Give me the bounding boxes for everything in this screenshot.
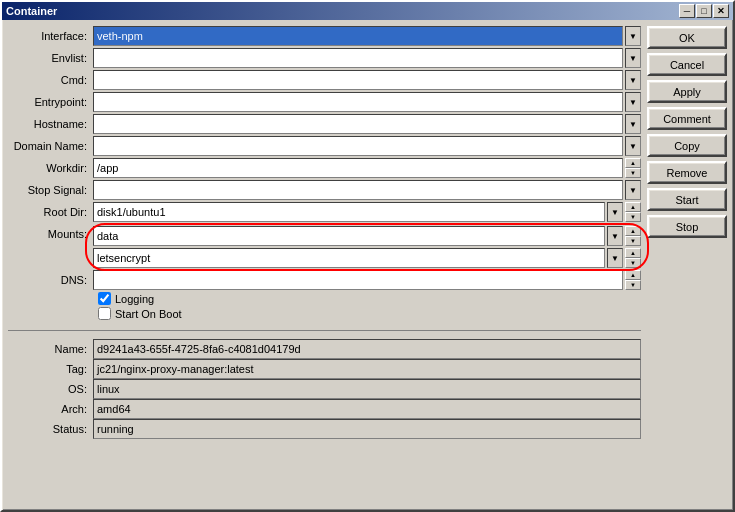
interface-row: Interface: ▼: [8, 26, 641, 46]
tag-row: Tag: jc21/nginx-proxy-manager:latest: [8, 359, 641, 379]
stopsignal-input[interactable]: [93, 180, 623, 200]
domainname-dropdown-btn[interactable]: ▼: [625, 136, 641, 156]
minimize-button[interactable]: ─: [679, 4, 695, 18]
entrypoint-row: Entrypoint: ▼: [8, 92, 641, 112]
startonboot-label: Start On Boot: [115, 308, 182, 320]
dns-label: DNS:: [8, 274, 93, 286]
entrypoint-label: Entrypoint:: [8, 96, 93, 108]
tag-label: Tag:: [8, 363, 93, 375]
mount1-dropdown-btn[interactable]: ▼: [607, 226, 623, 246]
title-bar: Container ─ □ ✕: [2, 2, 733, 20]
hostname-label: Hostname:: [8, 118, 93, 130]
ok-button[interactable]: OK: [647, 26, 727, 49]
mount2-input[interactable]: [93, 248, 605, 268]
container-window: Container ─ □ ✕ Interface: ▼ Envlist: ▼: [0, 0, 735, 512]
dns-up-btn[interactable]: ▲: [625, 270, 641, 280]
mount1-spin: ▲ ▼: [625, 226, 641, 246]
workdir-spin: ▲ ▼: [625, 158, 641, 178]
mount2-down-btn[interactable]: ▼: [625, 258, 641, 268]
rootdir-input[interactable]: [93, 202, 605, 222]
cmd-dropdown-btn[interactable]: ▼: [625, 70, 641, 90]
buttons-area: OK Cancel Apply Comment Copy Remove Star…: [647, 26, 727, 504]
cmd-row: Cmd: ▼: [8, 70, 641, 90]
mounts-area: ▼ ▲ ▼ ▼ ▲ ▼: [93, 226, 641, 268]
startonboot-row: Start On Boot: [98, 307, 641, 320]
apply-button[interactable]: Apply: [647, 80, 727, 103]
rootdir-down-btn[interactable]: ▼: [625, 212, 641, 222]
maximize-button[interactable]: □: [696, 4, 712, 18]
start-button[interactable]: Start: [647, 188, 727, 211]
hostname-input[interactable]: [93, 114, 623, 134]
envlist-input-wrap: ▼: [93, 48, 641, 68]
workdir-up-btn[interactable]: ▲: [625, 158, 641, 168]
rootdir-dropdown-btn[interactable]: ▼: [607, 202, 623, 222]
stopsignal-label: Stop Signal:: [8, 184, 93, 196]
close-button[interactable]: ✕: [713, 4, 729, 18]
workdir-label: Workdir:: [8, 162, 93, 174]
mounts-label: Mounts:: [8, 226, 93, 240]
interface-dropdown-btn[interactable]: ▼: [625, 26, 641, 46]
stopsignal-row: Stop Signal: ▼: [8, 180, 641, 200]
rootdir-row: Root Dir: ▼ ▲ ▼: [8, 202, 641, 222]
cancel-button[interactable]: Cancel: [647, 53, 727, 76]
name-label: Name:: [8, 343, 93, 355]
envlist-dropdown-btn[interactable]: ▼: [625, 48, 641, 68]
stop-button[interactable]: Stop: [647, 215, 727, 238]
mount2-up-btn[interactable]: ▲: [625, 248, 641, 258]
rootdir-up-btn[interactable]: ▲: [625, 202, 641, 212]
form-area: Interface: ▼ Envlist: ▼ Cmd: ▼: [8, 26, 641, 504]
dns-input-wrap: ▲ ▼: [93, 270, 641, 290]
status-label: Status:: [8, 423, 93, 435]
interface-input-wrap: ▼: [93, 26, 641, 46]
startonboot-checkbox[interactable]: [98, 307, 111, 320]
stopsignal-dropdown-btn[interactable]: ▼: [625, 180, 641, 200]
status-value: running: [93, 419, 641, 439]
entrypoint-input[interactable]: [93, 92, 623, 112]
window-title: Container: [6, 5, 57, 17]
arch-value: amd64: [93, 399, 641, 419]
rootdir-spin: ▲ ▼: [625, 202, 641, 222]
os-row: OS: linux: [8, 379, 641, 399]
interface-label: Interface:: [8, 30, 93, 42]
workdir-input[interactable]: [93, 158, 623, 178]
mount2-dropdown-btn[interactable]: ▼: [607, 248, 623, 268]
os-value: linux: [93, 379, 641, 399]
entrypoint-input-wrap: ▼: [93, 92, 641, 112]
hostname-input-wrap: ▼: [93, 114, 641, 134]
mount1-up-btn[interactable]: ▲: [625, 226, 641, 236]
envlist-label: Envlist:: [8, 52, 93, 64]
logging-checkbox[interactable]: [98, 292, 111, 305]
comment-button[interactable]: Comment: [647, 107, 727, 130]
workdir-row: Workdir: ▲ ▼: [8, 158, 641, 178]
dns-spin: ▲ ▼: [625, 270, 641, 290]
arch-row: Arch: amd64: [8, 399, 641, 419]
hostname-dropdown-btn[interactable]: ▼: [625, 114, 641, 134]
interface-input[interactable]: [93, 26, 623, 46]
mount1-wrap: ▼ ▲ ▼: [93, 226, 641, 246]
mount2-wrap: ▼ ▲ ▼: [93, 248, 641, 268]
mount1-down-btn[interactable]: ▼: [625, 236, 641, 246]
mount2-spin: ▲ ▼: [625, 248, 641, 268]
dns-input[interactable]: [93, 270, 623, 290]
envlist-input[interactable]: [93, 48, 623, 68]
tag-value: jc21/nginx-proxy-manager:latest: [93, 359, 641, 379]
name-row: Name: d9241a43-655f-4725-8fa6-c4081d0417…: [8, 339, 641, 359]
dns-down-btn[interactable]: ▼: [625, 280, 641, 290]
remove-button[interactable]: Remove: [647, 161, 727, 184]
cmd-input-wrap: ▼: [93, 70, 641, 90]
mount1-input[interactable]: [93, 226, 605, 246]
workdir-down-btn[interactable]: ▼: [625, 168, 641, 178]
envlist-row: Envlist: ▼: [8, 48, 641, 68]
logging-row: Logging: [98, 292, 641, 305]
domainname-input[interactable]: [93, 136, 623, 156]
cmd-input[interactable]: [93, 70, 623, 90]
domainname-label: Domain Name:: [8, 140, 93, 152]
rootdir-input-wrap: ▼ ▲ ▼: [93, 202, 641, 222]
mounts-row: Mounts: ▼ ▲ ▼ ▼: [8, 226, 641, 268]
entrypoint-dropdown-btn[interactable]: ▼: [625, 92, 641, 112]
arch-label: Arch:: [8, 403, 93, 415]
copy-button[interactable]: Copy: [647, 134, 727, 157]
cmd-label: Cmd:: [8, 74, 93, 86]
name-value: d9241a43-655f-4725-8fa6-c4081d04179d: [93, 339, 641, 359]
stopsignal-input-wrap: ▼: [93, 180, 641, 200]
